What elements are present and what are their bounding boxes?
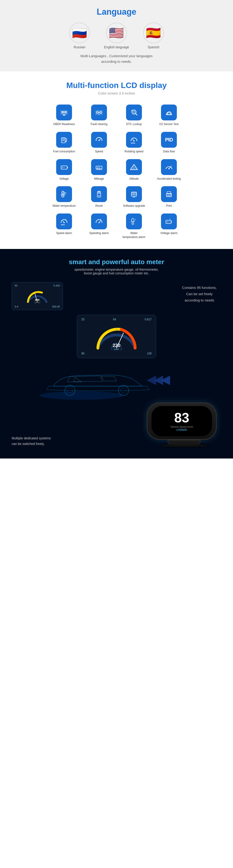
fault-icon — [91, 104, 107, 120]
feature-altitude: Altitude — [116, 156, 152, 184]
reset-label: Reset — [95, 204, 102, 208]
hud-device: 83 Vehicle Speed km/h LONNWEI — [147, 403, 217, 440]
gauge-small-bl: 0.4 — [15, 305, 18, 308]
gauge-small-br: 350.00 — [52, 305, 60, 308]
voltage-icon — [56, 159, 72, 175]
feature-voltage-alarm: ! Voltage alarm — [152, 211, 187, 242]
voltage-alarm-label: Voltage alarm — [160, 231, 177, 235]
rpm-label: Rotating speed — [125, 150, 143, 154]
svg-text:B: B — [99, 167, 100, 169]
water-alarm-label: Watertemperature alarm — [123, 231, 145, 239]
feature-fault: Fault clearing — [81, 102, 116, 129]
feature-software: Software upgrade — [116, 183, 152, 211]
smart-info-text: Contains 95 functions,Can be set freelya… — [182, 282, 221, 303]
hud-device-container: 83 Vehicle Speed km/h LONNWEI — [147, 403, 221, 447]
feature-mileage: A B Mileage — [81, 156, 116, 184]
speed-label: Speed — [95, 150, 103, 154]
water-temp-label: Water temperature — [53, 204, 76, 208]
smart-bottom-text: Multiple dedicated systemscan be switche… — [12, 436, 77, 447]
svg-rect-4 — [64, 113, 67, 113]
speeding-alarm-icon: ! — [91, 214, 107, 229]
gauge-large-br: 100 — [147, 352, 152, 355]
accel-icon — [161, 159, 177, 175]
car-visual — [7, 363, 226, 400]
svg-point-57 — [171, 194, 171, 195]
hud-speed-label: Vehicle Speed km/h — [170, 425, 193, 428]
lcd-section: Multi-function LCD display Color screen … — [0, 71, 233, 249]
voltage-alarm-icon: ! — [161, 214, 177, 229]
svg-rect-0 — [61, 111, 68, 115]
speed-icon — [91, 132, 107, 148]
reset-icon — [91, 186, 107, 202]
gauge-small-container: 83 0.420 640 RPM — [12, 282, 63, 310]
water-alarm-icon: ! — [126, 214, 142, 229]
feature-speed: Speed — [81, 129, 116, 156]
lcd-subtitle: Color screen 3.5 inches — [9, 91, 224, 95]
flag-russian: 🇷🇺 Russian — [69, 22, 90, 49]
feature-fuel: Fuel consumption — [46, 129, 81, 156]
svg-rect-18 — [62, 141, 65, 141]
svg-rect-65 — [132, 218, 134, 222]
english-flag: 🇺🇸 — [106, 22, 127, 43]
water-temp-icon — [56, 186, 72, 202]
svg-text:640: 640 — [35, 299, 39, 301]
fuel-label: Fuel consumption — [53, 150, 75, 154]
svg-rect-15 — [166, 114, 172, 115]
gauge-large-tc: 64 — [113, 318, 116, 321]
svg-line-26 — [133, 139, 134, 141]
gauge-large-svg: 220 km/h — [93, 322, 140, 350]
feature-speeding-alarm: ! Speeding alarm — [81, 211, 116, 242]
pid-label: Data flow — [163, 150, 175, 154]
svg-text:RPM: RPM — [61, 224, 65, 226]
o2-icon — [161, 104, 177, 120]
rpm-icon: RPM — [126, 132, 142, 148]
gauge-small-svg: 640 RPM — [25, 288, 50, 304]
flag-spanish: 🇪🇸 Spanish — [143, 22, 164, 49]
svg-line-59 — [63, 221, 64, 223]
spanish-label: Spanish — [147, 45, 159, 49]
smart-section: smart and powerful auto meter speedomete… — [0, 249, 233, 459]
feature-water-temp: Water temperature — [46, 183, 81, 211]
svg-point-88 — [40, 391, 124, 400]
svg-text:!: ! — [135, 218, 136, 221]
car-wireframe-svg — [35, 363, 198, 400]
svg-text:220: 220 — [112, 343, 120, 348]
svg-text:!: ! — [65, 218, 66, 220]
svg-rect-17 — [62, 138, 65, 140]
feature-o2: O2 Sensor Test — [152, 102, 187, 129]
hud-screen: 83 Vehicle Speed km/h LONNWEI — [152, 406, 212, 436]
speed-alarm-label: Speed alarm — [56, 231, 72, 235]
accel-label: Accelerated testing — [157, 177, 181, 181]
svg-text:P: P — [131, 110, 132, 111]
gauge-card-large: 25 64 0.817 220 km/h — [77, 315, 156, 358]
gauge-small-tr: 0.420 — [53, 284, 60, 287]
hud-brand: LONNWEI — [176, 429, 187, 431]
russian-label: Russian — [74, 45, 86, 49]
hud-base — [161, 444, 207, 447]
english-label: English language — [104, 45, 129, 49]
features-grid: OBDII Readiness Fault clearing — [46, 102, 187, 242]
svg-line-63 — [99, 221, 101, 223]
gauge-card-small: 83 0.420 640 RPM — [12, 282, 63, 310]
feature-reset: Reset — [81, 183, 116, 211]
fault-label: Fault clearing — [91, 122, 107, 126]
svg-rect-69 — [171, 221, 172, 223]
software-label: Software upgrade — [123, 204, 145, 208]
hud-stand — [168, 440, 200, 444]
gauge-small-tl: 83 — [15, 284, 18, 287]
language-section: Language 🇷🇺 Russian 🇺🇸 English language … — [0, 0, 233, 71]
spanish-flag: 🇪🇸 — [143, 22, 164, 43]
svg-text:RPM: RPM — [131, 142, 135, 144]
altitude-label: Altitude — [129, 177, 139, 181]
pid-icon: PID — [161, 132, 177, 148]
print-label: Print — [166, 204, 172, 208]
software-icon — [126, 186, 142, 202]
voltage-label: Voltage — [59, 177, 69, 181]
svg-text:km/h: km/h — [114, 348, 119, 350]
feature-pid: PID Data flow — [152, 129, 187, 156]
svg-point-43 — [62, 195, 64, 197]
dtc-label: DTC Lookup — [126, 122, 142, 126]
obdii-icon — [56, 104, 72, 120]
feature-obdii: OBDII Readiness — [46, 102, 81, 129]
smart-bottom-row: Multiple dedicated systemscan be switche… — [7, 403, 226, 447]
